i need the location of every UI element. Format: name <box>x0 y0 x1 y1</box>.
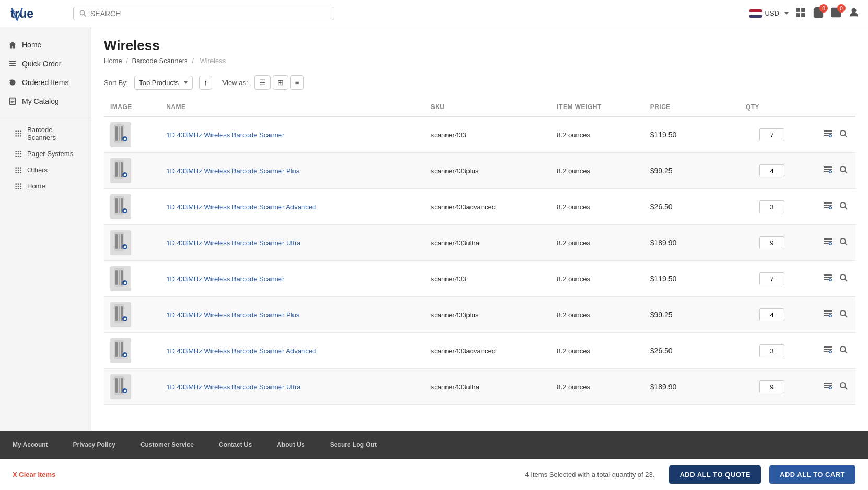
product-name-cell[interactable]: 1D 433MHz Wireless Barcode Scanner <box>160 116 424 153</box>
add-to-list-button[interactable] <box>822 344 834 357</box>
product-name-cell[interactable]: 1D 433MHz Wireless Barcode Scanner Advan… <box>160 189 424 225</box>
sidebar-item-my-catalog[interactable]: My Catalog <box>0 92 91 111</box>
product-weight-cell: 8.2 ounces <box>550 369 643 405</box>
view-compact-button[interactable]: ≡ <box>290 75 304 90</box>
add-to-list-button[interactable] <box>822 380 834 393</box>
sidebar-item-quick-order[interactable]: Quick Order <box>0 54 91 73</box>
add-to-list-button[interactable] <box>822 128 834 141</box>
search-bar[interactable] <box>73 7 334 20</box>
svg-rect-159 <box>124 390 126 392</box>
svg-point-26 <box>15 135 17 137</box>
svg-rect-151 <box>830 351 831 352</box>
sidebar-item-ordered-items[interactable]: Ordered Items <box>0 73 91 92</box>
search-detail-button[interactable] <box>838 164 849 177</box>
product-name-link[interactable]: 1D 433MHz Wireless Barcode Scanner <box>166 275 284 283</box>
search-detail-button[interactable] <box>838 200 849 213</box>
table-row: 1D 433MHz Wireless Barcode Scanner scann… <box>104 116 855 153</box>
qty-input[interactable] <box>759 200 784 213</box>
view-grid-button[interactable]: ⊞ <box>273 75 288 90</box>
product-price-cell: $189.90 <box>644 369 708 405</box>
product-qty-cell[interactable] <box>707 297 791 333</box>
sidebar: Home Quick Order Ordered Items My Catalo… <box>0 27 91 431</box>
product-sku-cell: scanner433ultra <box>425 225 551 261</box>
search-icon <box>839 129 848 138</box>
add-to-list-button[interactable] <box>822 236 834 249</box>
product-qty-cell[interactable] <box>707 116 791 153</box>
sort-direction-button[interactable]: ↑ <box>199 76 212 90</box>
product-name-cell[interactable]: 1D 433MHz Wireless Barcode Scanner Plus <box>160 297 424 333</box>
sidebar-item-pager-systems[interactable]: Pager Systems <box>0 146 91 162</box>
product-actions-cell <box>791 333 855 369</box>
search-detail-button[interactable] <box>838 236 849 249</box>
qty-input[interactable] <box>759 164 784 177</box>
product-qty-cell[interactable] <box>707 189 791 225</box>
col-sku: SKU <box>425 98 551 116</box>
logo[interactable]: true <box>8 4 61 23</box>
svg-rect-67 <box>830 135 831 136</box>
product-name-cell[interactable]: 1D 433MHz Wireless Barcode Scanner Ultra <box>160 369 424 405</box>
product-qty-cell[interactable] <box>707 369 791 405</box>
currency-selector[interactable]: USD <box>749 9 789 18</box>
product-name-cell[interactable]: 1D 433MHz Wireless Barcode Scanner Advan… <box>160 333 424 369</box>
col-name: NAME <box>160 98 424 116</box>
user-button[interactable] <box>848 7 860 20</box>
product-name-link[interactable]: 1D 433MHz Wireless Barcode Scanner Plus <box>166 311 299 319</box>
sidebar-item-home2[interactable]: Home <box>0 178 91 194</box>
product-qty-cell[interactable] <box>707 225 791 261</box>
product-name-cell[interactable]: 1D 433MHz Wireless Barcode Scanner <box>160 261 424 297</box>
search-detail-button[interactable] <box>838 128 849 141</box>
product-name-link[interactable]: 1D 433MHz Wireless Barcode Scanner <box>166 131 284 139</box>
svg-rect-119 <box>824 277 832 278</box>
product-actions-cell <box>791 261 855 297</box>
qty-input[interactable] <box>759 380 784 393</box>
product-name-link[interactable]: 1D 433MHz Wireless Barcode Scanner Plus <box>166 167 299 175</box>
qty-input[interactable] <box>759 236 784 249</box>
search-detail-button[interactable] <box>838 380 849 393</box>
product-weight-cell: 8.2 ounces <box>550 153 643 189</box>
product-qty-cell[interactable] <box>707 261 791 297</box>
sidebar-item-barcode-scanners[interactable]: Barcode Scanners <box>0 122 91 146</box>
search-detail-button[interactable] <box>838 272 849 285</box>
search-detail-button[interactable] <box>838 308 849 321</box>
product-qty-cell[interactable] <box>707 333 791 369</box>
product-name-link[interactable]: 1D 433MHz Wireless Barcode Scanner Ultra <box>166 239 300 247</box>
add-all-to-quote-button[interactable]: ADD ALL TO QUOTE <box>669 465 761 484</box>
qty-input[interactable] <box>759 128 784 141</box>
add-to-list-button[interactable] <box>822 200 834 213</box>
product-name-link[interactable]: 1D 433MHz Wireless Barcode Scanner Ultra <box>166 383 300 391</box>
product-name-link[interactable]: 1D 433MHz Wireless Barcode Scanner Advan… <box>166 347 316 355</box>
product-image-cell <box>104 297 160 333</box>
table-row: 1D 433MHz Wireless Barcode Scanner Ultra… <box>104 225 855 261</box>
product-image <box>110 302 131 327</box>
grid-icon-btn[interactable] <box>795 7 806 20</box>
add-to-list-button[interactable] <box>822 164 834 177</box>
svg-rect-77 <box>824 169 832 170</box>
add-to-list-button[interactable] <box>822 272 834 285</box>
sort-select[interactable]: Top Products <box>134 76 193 90</box>
search-detail-button[interactable] <box>838 344 849 357</box>
product-name-cell[interactable]: 1D 433MHz Wireless Barcode Scanner Plus <box>160 153 424 189</box>
add-to-list-button[interactable] <box>822 308 834 321</box>
product-name-link[interactable]: 1D 433MHz Wireless Barcode Scanner Advan… <box>166 203 316 211</box>
svg-point-35 <box>15 156 17 157</box>
qty-input[interactable] <box>759 308 784 321</box>
product-name-cell[interactable]: 1D 433MHz Wireless Barcode Scanner Ultra <box>160 225 424 261</box>
svg-point-25 <box>20 133 21 135</box>
qty-input[interactable] <box>759 272 784 285</box>
view-list-button[interactable]: ☰ <box>254 75 271 90</box>
qty-input[interactable] <box>759 344 784 357</box>
clear-items-button[interactable]: X Clear Items <box>13 471 55 479</box>
quote-button[interactable]: 0 <box>830 7 842 20</box>
add-all-to-cart-button[interactable]: ADD ALL TO CART <box>769 465 855 484</box>
svg-point-49 <box>20 183 21 185</box>
breadcrumb-barcode-scanners[interactable]: Barcode Scanners <box>132 57 188 65</box>
svg-line-83 <box>845 171 847 173</box>
svg-point-30 <box>18 151 19 152</box>
svg-rect-123 <box>830 279 831 280</box>
breadcrumb-home[interactable]: Home <box>104 57 122 65</box>
search-input[interactable] <box>90 9 329 18</box>
product-qty-cell[interactable] <box>707 153 791 189</box>
sidebar-item-home[interactable]: Home <box>0 35 91 54</box>
cart-button[interactable]: 0 <box>813 7 824 20</box>
sidebar-item-others[interactable]: Others <box>0 162 91 178</box>
